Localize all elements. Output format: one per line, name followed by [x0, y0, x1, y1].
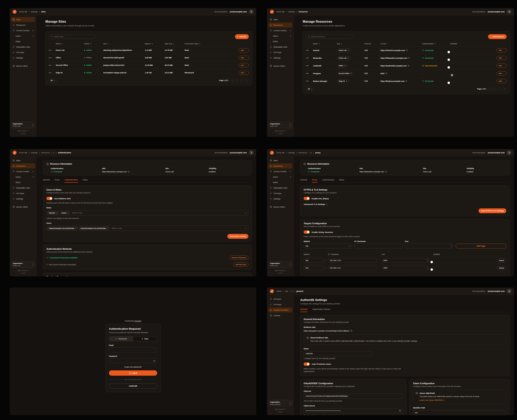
- edit-button[interactable]: Edit→: [239, 48, 249, 52]
- open-source-link[interactable]: Open Source ↗: [17, 130, 29, 132]
- edit-button[interactable]: Edit→: [496, 71, 507, 75]
- sidebar-item-server-admin[interactable]: Server Admin: [268, 204, 292, 209]
- documentation-link[interactable]: Documentation: [472, 151, 485, 154]
- breadcrumb-item[interactable]: 2: [311, 151, 312, 154]
- login-button[interactable]: Log In: [109, 370, 157, 376]
- sidebar-item-api-keys[interactable]: API Keys: [268, 191, 292, 196]
- column-site[interactable]: Site⇅: [337, 43, 364, 45]
- access-url[interactable]: https://authentik.example.com: [380, 65, 422, 67]
- user-chip[interactable]: adam@example.com (Authentik)×: [47, 227, 78, 230]
- column-online[interactable]: Online⇅: [84, 43, 103, 45]
- breadcrumb-item[interactable]: settings: [31, 11, 38, 13]
- row-menu-icon[interactable]: •••: [306, 65, 313, 67]
- client-id-input[interactable]: [304, 394, 403, 398]
- stepper-icon[interactable]: [427, 267, 428, 269]
- advanced-tls-settings[interactable]: Advanced TLS Settings: [304, 203, 506, 205]
- row-menu-icon[interactable]: •••: [306, 72, 313, 75]
- tab-general[interactable]: General: [43, 179, 50, 182]
- stepper-icon[interactable]: [451, 245, 452, 247]
- sidebar-item-resources[interactable]: Resources: [11, 163, 35, 168]
- breadcrumb-item[interactable]: home-lab: [19, 151, 27, 154]
- sidebar-item-access-control[interactable]: Access Control: [268, 169, 292, 174]
- sidebar-item-users[interactable]: Users: [268, 174, 292, 180]
- last-page-button[interactable]: »: [503, 87, 507, 91]
- method-select[interactable]: http: [304, 244, 352, 248]
- sidebar-item-access-control[interactable]: Access Control: [268, 28, 292, 33]
- org-picker[interactable]: OrganizationHome Lab: [268, 122, 292, 128]
- sidebar-item-shareable-links[interactable]: Shareable Links: [268, 44, 292, 49]
- add-target-button[interactable]: Add Target: [456, 244, 506, 248]
- copy-icon[interactable]: [128, 171, 130, 173]
- table-row[interactable]: ••• Second Office Online jumpy-indian-de…: [49, 61, 249, 69]
- close-icon[interactable]: ×: [67, 212, 68, 214]
- role-chip[interactable]: Member×: [47, 211, 59, 214]
- column-site[interactable]: Site⇅: [103, 43, 145, 45]
- table-row[interactable]: ••• Immich Home Lab↗ TCP https://immich.…: [306, 46, 507, 54]
- port-input[interactable]: 8086: [382, 266, 429, 270]
- sidebar-item-roles[interactable]: Roles: [268, 180, 292, 185]
- port-input[interactable]: [405, 244, 453, 248]
- user-email[interactable]: joe@example.com: [488, 290, 505, 292]
- access-url[interactable]: https://battery.example.com: [380, 80, 422, 82]
- sidebar-item-access-control[interactable]: Access Control: [11, 28, 35, 33]
- host-input[interactable]: [328, 258, 377, 263]
- sidebar-item-sites[interactable]: Sites: [268, 17, 292, 22]
- sidebar-item-api-keys[interactable]: API Keys: [268, 302, 292, 307]
- port-input[interactable]: 8086: [382, 258, 429, 263]
- breadcrumb-item[interactable]: home-lab: [276, 11, 285, 13]
- breadcrumb-item[interactable]: home-lab: [19, 11, 27, 13]
- sidebar-item-shareable-links[interactable]: Shareable Links: [11, 44, 35, 49]
- edit-button[interactable]: Edit→: [239, 56, 249, 60]
- delete-target-button[interactable]: Delete: [497, 266, 506, 270]
- users-multiselect[interactable]: adam@example.com (Authentik)× sarah@exam…: [46, 225, 248, 231]
- sidebar-item-sites[interactable]: Sites: [11, 17, 35, 22]
- search-box[interactable]: [49, 34, 95, 39]
- documentation-link[interactable]: Documentation: [472, 11, 485, 13]
- tab-organization-policies[interactable]: Organization Policies: [312, 308, 330, 312]
- tab-general[interactable]: General: [300, 179, 307, 182]
- edit-button[interactable]: Edit→: [239, 63, 249, 68]
- close-icon[interactable]: ×: [75, 227, 76, 229]
- column-authentication[interactable]: Authentication⇅: [422, 43, 450, 45]
- table-row[interactable]: ••• Battery Manager Edge 01↗ TCP https:/…: [306, 77, 507, 85]
- page-size-select[interactable]: 20: [306, 87, 314, 91]
- enable-ssl-toggle[interactable]: [304, 197, 310, 200]
- auto-provision-toggle[interactable]: [304, 362, 310, 366]
- client-secret-input[interactable]: ••••••••••••••••••••••••••••••••••••••••…: [304, 408, 403, 413]
- host-input[interactable]: [328, 266, 377, 270]
- search-input[interactable]: [54, 36, 94, 38]
- access-url[interactable]: https://bitwarden.example.com: [380, 57, 422, 59]
- sidebar-item-sites[interactable]: Sites: [268, 158, 292, 163]
- copy-icon[interactable]: [408, 65, 410, 67]
- sidebar-item-settings[interactable]: Settings: [11, 196, 35, 201]
- close-icon[interactable]: ×: [56, 212, 57, 214]
- table-row[interactable]: ••• Authentik Office↗ TCP https://authen…: [306, 62, 507, 69]
- delete-target-button[interactable]: Delete: [497, 258, 506, 263]
- sidebar-item-shareable-links[interactable]: Shareable Links: [11, 185, 35, 190]
- sidebar-item-settings[interactable]: Settings: [268, 55, 292, 60]
- name-input[interactable]: [304, 351, 373, 356]
- tab-authentication[interactable]: Authentication: [64, 179, 78, 182]
- column-data-in[interactable]: Data In⇅: [145, 43, 165, 45]
- open-source-link[interactable]: Open Source ↗: [274, 270, 286, 271]
- tab-rules[interactable]: Rules: [83, 179, 88, 182]
- access-url[interactable]: https://immich.example.com: [380, 49, 422, 52]
- search-box[interactable]: [306, 34, 353, 39]
- table-row[interactable]: ••• Postgres Second Office↗ TCP 5432 - E…: [306, 69, 507, 77]
- row-menu-icon[interactable]: •••: [306, 57, 313, 59]
- eye-icon[interactable]: [399, 409, 401, 412]
- save-users-roles-button[interactable]: Save Users & Roles: [227, 234, 248, 239]
- role-chip[interactable]: Guest×: [60, 211, 70, 214]
- sidebar-item-roles[interactable]: Roles: [11, 39, 35, 44]
- tab-authentication[interactable]: Authentication: [322, 179, 334, 182]
- site-pill[interactable]: Edge 01↗: [337, 79, 349, 83]
- access-port[interactable]: 5432: [380, 73, 422, 75]
- row-menu-icon[interactable]: •••: [306, 80, 313, 82]
- remove-password-button[interactable]: Remove Password: [229, 255, 248, 260]
- eye-icon[interactable]: [153, 360, 155, 362]
- search-input[interactable]: [311, 36, 351, 38]
- breadcrumb-item[interactable]: idp: [285, 290, 288, 292]
- close-icon[interactable]: ×: [107, 227, 108, 229]
- add-pin-code-button[interactable]: Add PIN Code: [233, 262, 248, 267]
- sidebar-item-users[interactable]: Users: [268, 33, 292, 38]
